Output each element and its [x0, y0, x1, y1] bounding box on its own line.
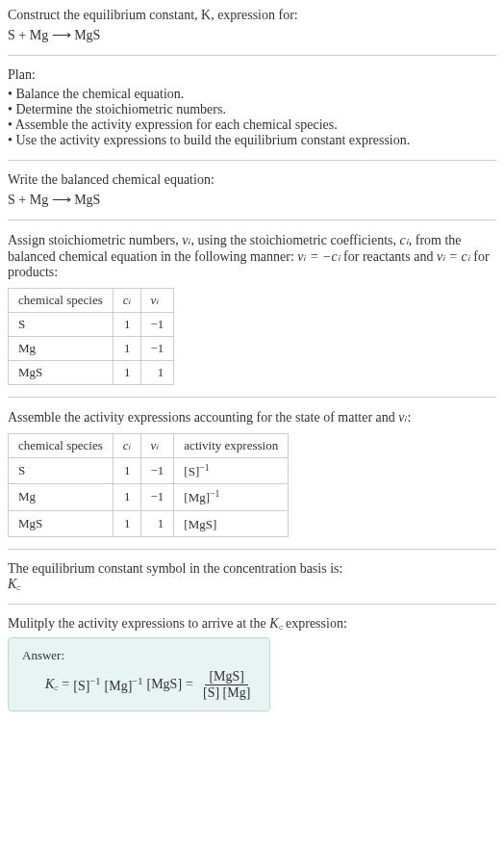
kc-symbol: K꜀ — [8, 577, 496, 592]
relation: νᵢ = −cᵢ — [297, 249, 340, 264]
stoich-table: chemical species cᵢ νᵢ S 1 −1 Mg 1 −1 Mg… — [8, 288, 174, 385]
header-text-part: Construct the equilibrium constant, K, e… — [8, 8, 298, 22]
divider — [8, 549, 496, 550]
symbol-section: The equilibrium constant symbol in the c… — [8, 561, 496, 592]
stoich-text: Assign stoichiometric numbers, νᵢ, using… — [8, 232, 496, 280]
base: [Mg] — [105, 679, 133, 693]
header-equation: S + Mg ⟶ MgS — [8, 27, 496, 43]
table-row: Mg 1 −1 — [9, 337, 174, 361]
cell-species: MgS — [9, 510, 113, 536]
plan-item: • Balance the chemical equation. — [8, 87, 496, 102]
col-activity: activity expression — [174, 434, 289, 458]
plan-list: • Balance the chemical equation. • Deter… — [8, 87, 496, 148]
text-part: expression: — [283, 616, 347, 631]
expr-exp: −1 — [199, 462, 209, 473]
equals: = — [62, 677, 69, 692]
stoich-section: Assign stoichiometric numbers, νᵢ, using… — [8, 232, 496, 385]
balanced-text: Write the balanced chemical equation: — [8, 172, 496, 188]
answer-equation: K꜀ = [S]−1 [Mg]−1 [MgS] = [MgS] [S] [Mg] — [22, 669, 256, 701]
multiply-section: Mulitply the activity expressions to arr… — [8, 616, 496, 711]
exp: −1 — [89, 676, 100, 686]
activity-text: Assemble the activity expressions accoun… — [8, 409, 496, 426]
equals: = — [186, 677, 193, 692]
table-header-row: chemical species cᵢ νᵢ — [9, 289, 174, 313]
text-part: Assign stoichiometric numbers, — [8, 233, 182, 247]
col-ci: cᵢ — [113, 434, 140, 458]
cell-species: Mg — [9, 337, 113, 361]
text-part: for reactants and — [340, 249, 437, 264]
cell-activity: [Mg]−1 — [174, 484, 289, 510]
cell-c: 1 — [113, 361, 140, 385]
nu-i: νᵢ — [398, 410, 407, 425]
multiply-text: Mulitply the activity expressions to arr… — [8, 616, 496, 632]
symbol-text: The equilibrium constant symbol in the c… — [8, 561, 496, 577]
cell-nu: 1 — [140, 361, 174, 385]
divider — [8, 604, 496, 605]
text-part: : — [408, 410, 412, 425]
balanced-section: Write the balanced chemical equation: S … — [8, 172, 496, 208]
cell-nu: −1 — [140, 484, 174, 510]
table-row: S 1 −1 [S]−1 — [9, 458, 289, 484]
cell-c: 1 — [113, 337, 140, 361]
cell-activity: [MgS] — [174, 510, 289, 536]
term3: [MgS] — [147, 677, 183, 692]
plan-section: Plan: • Balance the chemical equation. •… — [8, 67, 496, 148]
term2: [Mg]−1 — [105, 676, 143, 694]
c-i: cᵢ — [400, 233, 409, 247]
balanced-equation: S + Mg ⟶ MgS — [8, 192, 496, 208]
divider — [8, 397, 496, 398]
denominator: [S] [Mg] — [199, 685, 254, 701]
plan-title: Plan: — [8, 67, 496, 83]
kc: K꜀ — [269, 616, 282, 631]
col-nui: νᵢ — [140, 289, 174, 313]
header-section: Construct the equilibrium constant, K, e… — [8, 8, 496, 43]
col-ci: cᵢ — [113, 289, 140, 313]
text-part: Assemble the activity expressions accoun… — [8, 410, 398, 425]
cell-c: 1 — [113, 484, 140, 510]
exp: −1 — [132, 676, 142, 686]
col-species: chemical species — [9, 289, 113, 313]
plan-item: • Use the activity expressions to build … — [8, 133, 496, 148]
expr-base: [S] — [184, 464, 199, 478]
table-header-row: chemical species cᵢ νᵢ activity expressi… — [9, 434, 289, 458]
table-row: MgS 1 1 — [9, 361, 174, 385]
activity-section: Assemble the activity expressions accoun… — [8, 409, 496, 537]
kc: K꜀ — [45, 677, 58, 692]
expr-base: [Mg] — [184, 491, 210, 505]
base: [S] — [73, 679, 89, 693]
cell-c: 1 — [113, 313, 140, 337]
plan-item: • Assemble the activity expression for e… — [8, 117, 496, 133]
cell-c: 1 — [113, 510, 140, 536]
plan-item: • Determine the stoichiometric numbers. — [8, 102, 496, 117]
cell-nu: 1 — [140, 510, 174, 536]
answer-box: Answer: K꜀ = [S]−1 [Mg]−1 [MgS] = [MgS] … — [8, 637, 270, 711]
term1: [S]−1 — [73, 676, 100, 694]
cell-species: Mg — [9, 484, 113, 510]
col-species: chemical species — [9, 434, 113, 458]
cell-species: S — [9, 458, 113, 484]
header-line1: Construct the equilibrium constant, K, e… — [8, 8, 496, 23]
text-part: Mulitply the activity expressions to arr… — [8, 616, 269, 631]
col-nui: νᵢ — [140, 434, 174, 458]
divider — [8, 160, 496, 161]
table-row: MgS 1 1 [MgS] — [9, 510, 289, 536]
cell-nu: −1 — [140, 313, 174, 337]
table-row: S 1 −1 — [9, 313, 174, 337]
cell-species: MgS — [9, 361, 113, 385]
cell-species: S — [9, 313, 113, 337]
activity-table: chemical species cᵢ νᵢ activity expressi… — [8, 433, 289, 537]
fraction: [MgS] [S] [Mg] — [199, 669, 254, 701]
divider — [8, 55, 496, 56]
expr-base: [MgS] — [184, 517, 216, 531]
relation: νᵢ = cᵢ — [437, 249, 470, 264]
table-row: Mg 1 −1 [Mg]−1 — [9, 484, 289, 510]
text-part: , using the stoichiometric coefficients, — [190, 233, 399, 247]
answer-label: Answer: — [22, 648, 256, 663]
cell-nu: −1 — [140, 458, 174, 484]
expr-exp: −1 — [210, 488, 219, 499]
cell-nu: −1 — [140, 337, 174, 361]
cell-activity: [S]−1 — [174, 458, 289, 484]
divider — [8, 219, 496, 220]
numerator: [MgS] — [205, 669, 248, 685]
cell-c: 1 — [113, 458, 140, 484]
